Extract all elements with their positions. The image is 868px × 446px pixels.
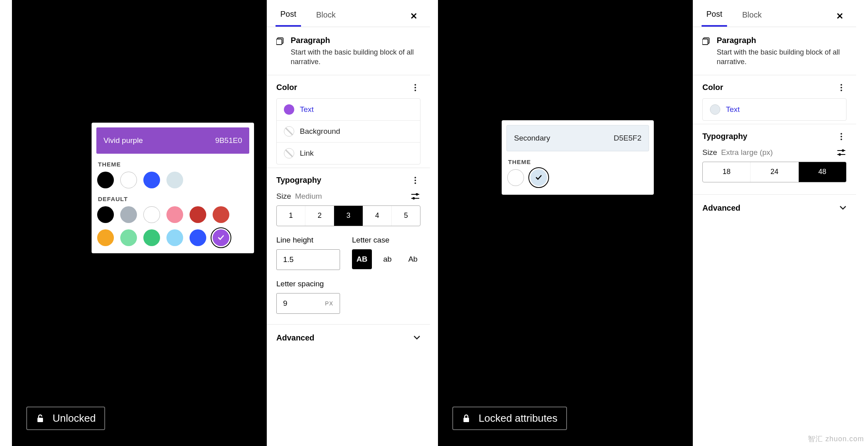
color-hex: 9B51E0 (215, 136, 242, 145)
color-rows: Text (702, 98, 846, 121)
check-icon (530, 169, 547, 186)
size-preset-option[interactable]: 24 (751, 162, 798, 182)
color-swatch[interactable] (120, 172, 137, 188)
lock-state-label: Unlocked (53, 412, 96, 424)
lock-state-label: Locked attributes (479, 412, 557, 424)
color-picker-popover: Secondary D5E5F2 THEME (502, 120, 654, 195)
size-preset-option[interactable]: 1 (277, 206, 305, 226)
tab-block[interactable]: Block (311, 6, 340, 26)
letter-case-option[interactable]: ab (377, 249, 397, 269)
color-picker-popover: Vivid purple 9B51E0 THEME DEFAULT (92, 123, 254, 253)
custom-size-icon[interactable] (836, 147, 846, 158)
size-preset-option[interactable]: 18 (703, 162, 751, 182)
tab-post[interactable]: Post (702, 6, 727, 27)
custom-size-icon[interactable] (410, 191, 420, 201)
color-target-label: Text (726, 105, 740, 114)
inspector-sidebar-right: Post Block ✕ Paragraph Start with the ba… (693, 0, 856, 446)
color-swatch[interactable] (97, 172, 114, 188)
tab-post[interactable]: Post (276, 6, 301, 27)
color-target-row[interactable]: Background (277, 121, 420, 143)
color-swatch (710, 104, 720, 115)
chevron-down-icon (413, 334, 420, 341)
size-label: Size (276, 192, 291, 201)
advanced-toggle[interactable]: Advanced (693, 195, 856, 221)
color-rows: TextBackgroundLink (276, 98, 420, 164)
color-swatch[interactable] (190, 206, 206, 223)
unlock-icon (36, 414, 45, 423)
color-target-label: Text (300, 105, 314, 114)
color-swatch[interactable] (213, 206, 229, 223)
color-target-label: Link (300, 149, 314, 158)
paragraph-block-icon (276, 37, 291, 46)
check-icon (213, 229, 229, 246)
block-description: Start with the basic building block of a… (291, 47, 420, 67)
typography-options-menu-icon[interactable] (836, 131, 846, 142)
letter-case-label: Letter case (352, 236, 423, 245)
close-icon[interactable]: ✕ (832, 7, 847, 25)
lock-state-badge[interactable]: Locked attributes (452, 407, 567, 430)
color-options-menu-icon[interactable] (836, 82, 846, 93)
letter-case-option[interactable]: AB (352, 249, 372, 269)
color-swatch[interactable] (166, 206, 183, 223)
typography-options-menu-icon[interactable] (410, 175, 420, 186)
colorpicker-header: Vivid purple 9B51E0 (96, 127, 249, 154)
color-swatch[interactable] (166, 229, 183, 246)
size-presets[interactable]: 12345 (276, 205, 420, 226)
size-presets[interactable]: 182448 (702, 162, 846, 182)
color-swatch (284, 104, 294, 115)
close-icon[interactable]: ✕ (406, 7, 421, 25)
color-target-row[interactable]: Text (703, 99, 846, 120)
block-title: Paragraph (291, 36, 420, 45)
advanced-label: Advanced (276, 333, 413, 342)
color-hex: D5E5F2 (614, 134, 641, 143)
color-target-row[interactable]: Link (277, 143, 420, 164)
block-title: Paragraph (717, 36, 846, 45)
colorpicker-header: Secondary D5E5F2 (506, 125, 649, 151)
size-preset-option[interactable]: 3 (334, 206, 363, 226)
color-swatch[interactable] (166, 172, 183, 188)
color-swatch[interactable] (213, 229, 229, 246)
color-swatch[interactable] (530, 169, 547, 186)
letter-spacing-input[interactable]: 9 PX (276, 293, 340, 314)
letter-spacing-label: Letter spacing (276, 280, 420, 288)
color-swatch[interactable] (507, 169, 524, 186)
block-description: Start with the basic building block of a… (717, 47, 846, 67)
theme-group-label: THEME (98, 161, 248, 168)
line-height-input[interactable]: 1.5 (276, 249, 340, 270)
size-preset-option[interactable]: 4 (363, 206, 392, 226)
color-swatch[interactable] (190, 229, 206, 246)
default-swatches (97, 206, 249, 246)
color-swatch[interactable] (120, 229, 137, 246)
color-options-menu-icon[interactable] (410, 82, 420, 93)
letter-case-option[interactable]: Ab (403, 249, 423, 269)
color-swatch[interactable] (97, 206, 114, 223)
typography-section-heading: Typography (276, 176, 410, 185)
size-preset-option[interactable]: 5 (392, 206, 420, 226)
color-swatch (284, 126, 294, 137)
editor-canvas-left[interactable]: Vivid purple 9B51E0 THEME DEFAULT Unlock… (12, 0, 267, 446)
paragraph-block-icon (702, 37, 717, 46)
color-swatch[interactable] (97, 229, 114, 246)
theme-group-label: THEME (508, 158, 647, 165)
color-name: Vivid purple (104, 136, 143, 145)
letter-case-group[interactable]: ABabAb (352, 249, 423, 269)
editor-canvas-right[interactable]: Secondary D5E5F2 THEME Locked attributes (438, 0, 693, 446)
lock-state-badge[interactable]: Unlocked (26, 407, 105, 430)
watermark: 智汇 zhuon.com (808, 434, 864, 444)
color-target-row[interactable]: Text (277, 99, 420, 121)
color-swatch[interactable] (120, 206, 137, 223)
tab-block[interactable]: Block (737, 6, 766, 26)
chevron-down-icon (839, 204, 846, 211)
theme-swatches (507, 169, 649, 186)
size-value: Medium (295, 192, 322, 201)
typography-section-heading: Typography (702, 132, 836, 141)
color-section-heading: Color (702, 83, 836, 92)
size-value: Extra large (px) (721, 148, 773, 157)
color-swatch[interactable] (143, 206, 160, 223)
advanced-toggle[interactable]: Advanced (267, 325, 430, 351)
size-preset-option[interactable]: 48 (799, 162, 846, 182)
size-preset-option[interactable]: 2 (305, 206, 334, 226)
color-swatch[interactable] (143, 172, 160, 188)
color-section-heading: Color (276, 83, 410, 92)
color-swatch[interactable] (143, 229, 160, 246)
